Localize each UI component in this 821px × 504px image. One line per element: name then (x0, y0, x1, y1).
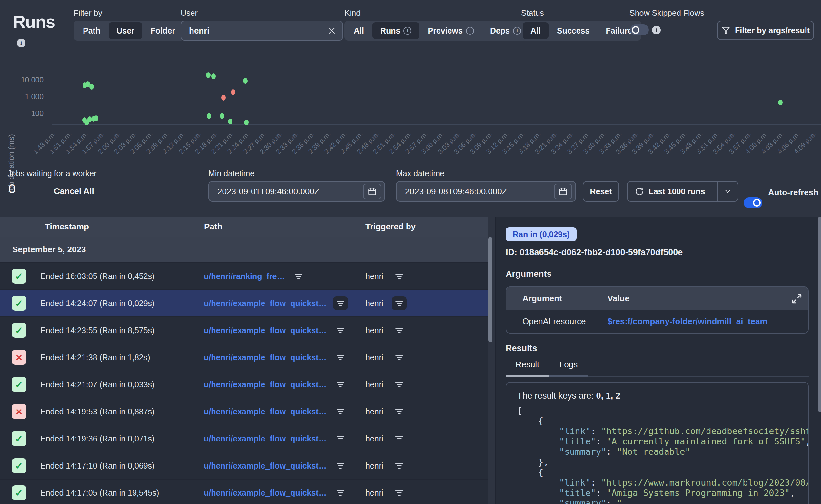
table-header: Timestamp Path Triggered by (0, 217, 488, 237)
path-cell: u/henri/example_flow_quickst… (204, 480, 348, 504)
run-path-link[interactable]: u/henri/example_flow_quickst… (204, 461, 327, 470)
triggered-by: henri (365, 353, 383, 362)
calendar-icon (367, 187, 376, 196)
option-previews[interactable]: Previewsi (420, 22, 482, 39)
x-axis-line (52, 124, 821, 125)
runs-info-icon[interactable]: i (17, 39, 25, 47)
min-datetime-calendar-button[interactable] (363, 184, 381, 199)
panel-scrollbar[interactable] (818, 217, 821, 412)
filter-icon[interactable] (392, 296, 406, 310)
clear-user-filter-button[interactable] (327, 26, 336, 35)
user-filter-input[interactable] (189, 26, 327, 36)
option-all[interactable]: All (523, 22, 549, 39)
value-column: Value (608, 294, 630, 304)
run-dot-success[interactable] (94, 115, 98, 121)
run-detail-panel: Ran in (0,029s) ID: 018a654c-d062-fbb2-d… (495, 217, 821, 504)
reset-button[interactable]: Reset (583, 181, 619, 202)
filter-icon[interactable] (392, 459, 406, 472)
success-icon: ✓ (12, 269, 26, 284)
filter-icon[interactable] (392, 432, 406, 445)
triggered-by: henri (365, 326, 383, 335)
run-dot-success[interactable] (778, 100, 783, 105)
show-skipped-toggle[interactable] (630, 24, 649, 35)
option-folder[interactable]: Folder (143, 22, 183, 39)
run-path-link[interactable]: u/henri/ranking_fre… (204, 272, 285, 281)
run-dot-success[interactable] (207, 113, 211, 119)
table-scrollbar[interactable] (488, 237, 493, 342)
table-row[interactable]: ✓Ended 14:23:55 (Ran in 8,575s)u/henri/e… (0, 317, 488, 344)
min-datetime-input[interactable] (217, 187, 346, 197)
run-dot-success[interactable] (89, 84, 94, 90)
run-dot-success[interactable] (244, 120, 249, 125)
refresh-runs-button[interactable]: Last 1000 runs (628, 182, 713, 201)
filter-icon[interactable] (333, 296, 348, 310)
argument-value-link[interactable]: $res:f/company-folder/windmill_ai_team (608, 316, 767, 326)
table-row[interactable]: ✓Ended 14:21:07 (Ran in 0,033s)u/henri/e… (0, 371, 488, 398)
success-icon: ✓ (12, 296, 26, 311)
runs-count-dropdown-button[interactable] (717, 182, 738, 201)
column-path: Path (204, 217, 222, 237)
tab-result[interactable]: Result (506, 355, 549, 377)
max-datetime-input[interactable] (405, 187, 534, 197)
min-datetime-label: Min datetime (208, 169, 254, 178)
show-skipped-info-icon[interactable]: i (652, 26, 661, 34)
expand-arguments-button[interactable] (791, 293, 802, 304)
table-row[interactable]: ✓Ended 14:24:07 (Ran in 0,029s)u/henri/e… (0, 290, 488, 317)
filter-icon[interactable] (392, 486, 406, 499)
filter-icon[interactable] (392, 378, 406, 391)
kind-label: Kind (344, 8, 360, 18)
filter-args-button[interactable]: Filter by args/result (717, 21, 814, 40)
run-path-link[interactable]: u/henri/example_flow_quickst… (204, 326, 327, 335)
runs-table: Timestamp Path Triggered by September 5,… (0, 217, 488, 504)
option-success[interactable]: Success (549, 22, 597, 39)
filter-icon[interactable] (392, 324, 406, 337)
filter-icon[interactable] (333, 486, 348, 499)
run-dot-success[interactable] (228, 119, 232, 124)
run-path-link[interactable]: u/henri/example_flow_quickst… (204, 299, 327, 308)
table-row[interactable]: ✓Ended 14:19:36 (Ran in 0,071s)u/henri/e… (0, 425, 488, 452)
option-path[interactable]: Path (75, 22, 108, 39)
arguments-heading: Arguments (506, 269, 552, 279)
run-path-link[interactable]: u/henri/example_flow_quickst… (204, 353, 327, 362)
result-tabs: ResultLogs (506, 355, 809, 377)
filter-icon[interactable] (333, 432, 348, 445)
filter-icon[interactable] (392, 405, 406, 418)
table-row[interactable]: ✓Ended 14:17:10 (Ran in 0,069s)u/henri/e… (0, 452, 488, 480)
option-user[interactable]: User (109, 22, 142, 39)
argument-column: Argument (523, 294, 608, 304)
failure-icon: × (12, 404, 26, 419)
failure-icon: × (12, 350, 26, 365)
filter-icon[interactable] (333, 351, 348, 364)
filter-icon[interactable] (333, 324, 348, 337)
run-dot-failure[interactable] (231, 89, 235, 95)
table-row[interactable]: ✓Ended 14:17:05 (Ran in 19,545s)u/henri/… (0, 480, 488, 504)
filter-icon[interactable] (333, 405, 348, 418)
table-row[interactable]: ✓Ended 16:03:05 (Ran in 0,452s)u/henri/r… (0, 263, 488, 290)
cancel-all-button[interactable]: Cancel All (54, 186, 94, 196)
auto-refresh-toggle[interactable] (744, 197, 762, 208)
run-path-link[interactable]: u/henri/example_flow_quickst… (204, 434, 327, 443)
run-dot-success[interactable] (243, 78, 248, 84)
table-row[interactable]: ×Ended 14:21:38 (Ran in 1,82s)u/henri/ex… (0, 344, 488, 371)
table-row[interactable]: ×Ended 14:19:53 (Ran in 0,887s)u/henri/e… (0, 398, 488, 425)
option-all[interactable]: All (346, 22, 372, 39)
run-dot-success[interactable] (206, 72, 210, 78)
run-path-link[interactable]: u/henri/example_flow_quickst… (204, 488, 327, 498)
tab-logs[interactable]: Logs (549, 355, 588, 377)
option-runs[interactable]: Runsi (372, 22, 420, 39)
run-dot-success[interactable] (211, 73, 216, 79)
filter-icon[interactable] (333, 378, 348, 391)
run-dot-failure[interactable] (221, 95, 226, 101)
filter-icon[interactable] (291, 269, 306, 283)
result-viewer: The result keys are: 0, 1, 2 [ { "link":… (506, 382, 809, 504)
filter-icon[interactable] (392, 269, 406, 283)
filter-icon[interactable] (333, 459, 348, 472)
run-dot-success[interactable] (220, 113, 224, 119)
path-cell: u/henri/example_flow_quickst… (204, 398, 348, 425)
filter-icon[interactable] (392, 351, 406, 364)
max-datetime-calendar-button[interactable] (554, 184, 572, 199)
run-path-link[interactable]: u/henri/example_flow_quickst… (204, 407, 327, 416)
run-path-link[interactable]: u/henri/example_flow_quickst… (204, 380, 327, 389)
run-timestamp: Ended 14:23:55 (Ran in 8,575s) (40, 317, 154, 344)
run-timestamp: Ended 14:24:07 (Ran in 0,029s) (40, 290, 154, 316)
